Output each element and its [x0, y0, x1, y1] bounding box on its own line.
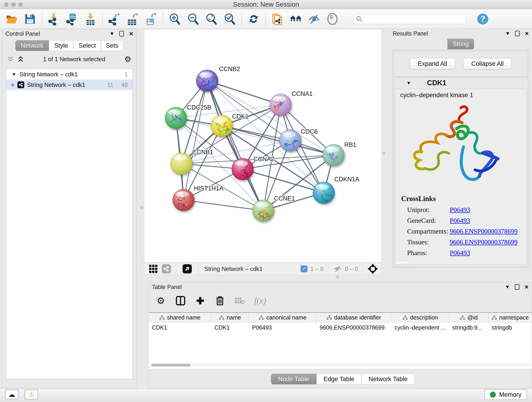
network-node-ccnb1[interactable] — [171, 153, 192, 174]
crosslink-link[interactable]: 9606.ENSP00000378699 — [450, 238, 518, 246]
results-panel-close-icon[interactable]: × — [525, 30, 529, 37]
tab-sets[interactable]: Sets — [101, 40, 123, 51]
delete-column-button[interactable] — [215, 295, 225, 306]
control-panel-close-icon[interactable]: × — [129, 30, 133, 37]
gene-expander-icon[interactable]: ▼ — [406, 80, 411, 86]
zoom-in-button[interactable] — [169, 13, 181, 25]
collapse-all-chevron-icon[interactable] — [17, 56, 24, 62]
import-public-network-button[interactable] — [271, 13, 284, 25]
network-collection-row[interactable]: ▼ String Network – cdk1 1 — [6, 69, 133, 80]
export-image-button[interactable] — [145, 13, 157, 25]
zoom-selected-button[interactable] — [224, 13, 236, 25]
results-scrollbar-stub[interactable] — [396, 261, 409, 264]
tab-style[interactable]: Style — [49, 40, 74, 51]
left-splitter-handle[interactable] — [140, 206, 143, 209]
results-panel-float-icon[interactable] — [515, 31, 520, 36]
control-panel-float-icon[interactable] — [119, 31, 124, 36]
network-node-ccna1[interactable] — [270, 94, 291, 115]
export-table-button[interactable] — [127, 13, 139, 25]
table-settings-gear-icon[interactable]: ⚙ — [156, 295, 166, 306]
import-network-database-button[interactable] — [66, 13, 78, 25]
crosslink-link[interactable]: P06493 — [450, 249, 470, 257]
show-details-button[interactable] — [326, 13, 339, 25]
tab-network[interactable]: Network — [15, 40, 49, 51]
network-node-cdk1[interactable] — [211, 115, 233, 137]
table-panel-float-icon[interactable] — [515, 284, 519, 290]
network-node-cdkn1a[interactable] — [313, 182, 335, 205]
tab-network-table[interactable]: Network Table — [361, 374, 415, 384]
grid-view-button[interactable] — [148, 264, 158, 274]
table-row[interactable]: CDK1CDK1P064939606.ENSP00000378699cyclin… — [149, 322, 532, 332]
apply-layout-button[interactable] — [247, 13, 260, 25]
share-network-button[interactable] — [162, 264, 171, 274]
table-horizontal-scrollbar[interactable] — [151, 363, 530, 367]
column-header-name[interactable]: name — [211, 313, 249, 322]
search-input[interactable] — [363, 15, 461, 22]
save-session-button[interactable] — [24, 13, 36, 25]
results-panel-collapse-icon[interactable]: ▼ — [505, 31, 510, 36]
table-cell[interactable]: CDK1 — [149, 322, 211, 332]
network-node-cdc25b[interactable] — [165, 107, 187, 129]
column-header-database-identifier[interactable]: database identifier — [317, 313, 391, 322]
show-columns-button[interactable] — [175, 295, 186, 306]
tab-edge-table[interactable]: Edge Table — [317, 374, 361, 384]
expand-all-button[interactable]: Expand All — [410, 58, 455, 69]
table-cell[interactable]: 9606.ENSP00000378699 — [317, 322, 391, 332]
warnings-button[interactable]: ⚠ — [25, 390, 38, 399]
table-panel-collapse-icon[interactable]: ▼ — [505, 284, 510, 289]
table-cell[interactable]: CDK1 — [211, 322, 249, 332]
gene-section-header[interactable]: ▼ CDK1 — [394, 78, 528, 88]
network-node-ccnb2[interactable] — [196, 70, 218, 92]
network-node-ccne1[interactable] — [253, 200, 274, 221]
network-options-gear-icon[interactable]: ⚙ — [124, 55, 131, 64]
open-session-button[interactable] — [6, 13, 18, 25]
table-cell[interactable]: stringdb — [488, 322, 532, 332]
node-table[interactable]: shared namenamecanonical namedatabase id… — [149, 313, 532, 369]
control-panel-collapse-icon[interactable]: ▼ — [109, 31, 114, 36]
table-panel-close-icon[interactable]: × — [525, 283, 529, 290]
home-networks-button[interactable] — [290, 13, 302, 25]
right-splitter-handle[interactable] — [382, 152, 385, 154]
help-button[interactable]: ? — [476, 13, 489, 25]
network-row[interactable]: String Network – cdk1 11 48 — [6, 80, 133, 90]
network-node-ccna2[interactable] — [232, 158, 253, 180]
crosslink-link[interactable]: 9606.ENSP00000378699 — [450, 228, 518, 235]
search-box[interactable] — [353, 14, 466, 24]
hide-details-button[interactable] — [308, 13, 320, 25]
database-network-icon — [66, 13, 78, 26]
birds-eye-view-button[interactable] — [367, 264, 378, 274]
import-network-file-button[interactable] — [48, 13, 60, 25]
table-cell[interactable]: P06493 — [249, 322, 317, 332]
column-header-description[interactable]: description — [391, 313, 449, 322]
network-node-cdc6[interactable] — [279, 130, 302, 151]
tab-select[interactable]: Select — [74, 40, 101, 51]
network-view-canvas[interactable]: CCNB2CCNA1CDC25BCDK1CDC6RB1CCNB1CCNA2CDK… — [144, 29, 381, 263]
create-column-button[interactable] — [195, 295, 206, 306]
collapse-all-button[interactable]: Collapse All — [463, 58, 512, 69]
memory-button[interactable]: Memory — [484, 389, 527, 400]
import-table-file-button[interactable] — [84, 13, 97, 25]
tab-node-table[interactable]: Node Table — [271, 374, 317, 384]
crosslink-link[interactable]: P06493 — [450, 217, 470, 224]
open-in-window-button[interactable] — [183, 264, 192, 274]
scrollbar-thumb[interactable] — [152, 364, 190, 366]
column-header-shared-name[interactable]: shared name — [149, 313, 211, 322]
cloud-status-button[interactable]: ☁ — [5, 390, 18, 399]
tree-expander-icon[interactable]: ▼ — [12, 72, 16, 77]
column-header-namespace[interactable]: namespace — [488, 313, 532, 322]
crosslink-link[interactable]: P06493 — [450, 206, 470, 214]
table-cell[interactable]: cyclin–dependent ... — [391, 322, 449, 332]
tab-string-results[interactable]: String — [447, 39, 474, 49]
network-node-hist1h1a[interactable] — [173, 189, 194, 212]
network-node-rb1[interactable] — [323, 144, 344, 166]
export-network-button[interactable] — [108, 13, 120, 25]
expand-all-chevron-icon[interactable] — [7, 56, 14, 62]
zoom-fit-button[interactable] — [205, 13, 218, 25]
string-network-graph[interactable]: CCNB2CCNA1CDC25BCDK1CDC6RB1CCNB1CCNA2CDK… — [144, 29, 381, 262]
table-cell[interactable]: stringdb:9... — [449, 322, 488, 332]
selected-checkbox-icon[interactable]: ✓ — [301, 265, 307, 272]
column-header--id[interactable]: @id — [449, 313, 488, 322]
zoom-out-button[interactable] — [187, 13, 199, 25]
bottom-splitter-handle[interactable] — [336, 275, 339, 279]
column-header-canonical-name[interactable]: canonical name — [249, 313, 317, 322]
